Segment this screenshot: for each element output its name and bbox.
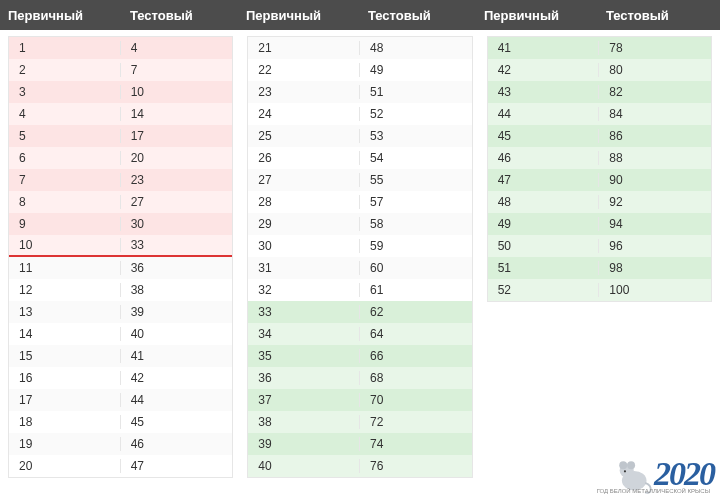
cell-primary: 21 (248, 41, 360, 55)
table-row: 4280 (488, 59, 711, 81)
cell-test: 17 (121, 129, 233, 143)
cell-primary: 33 (248, 305, 360, 319)
cell-primary: 43 (488, 85, 600, 99)
table-row: 3464 (248, 323, 471, 345)
cell-test: 60 (360, 261, 472, 275)
table-row: 14 (9, 37, 232, 59)
column-3: 4178428043824484458646884790489249945096… (487, 36, 712, 302)
cell-test: 45 (121, 415, 233, 429)
cell-test: 68 (360, 371, 472, 385)
cell-test: 30 (121, 217, 233, 231)
cell-test: 42 (121, 371, 233, 385)
cell-primary: 40 (248, 459, 360, 473)
table-row: 1033 (9, 235, 232, 257)
svg-point-3 (627, 461, 635, 469)
cell-primary: 44 (488, 107, 600, 121)
cell-primary: 41 (488, 41, 600, 55)
table-row: 3770 (248, 389, 471, 411)
cell-primary: 7 (9, 173, 121, 187)
table-row: 1744 (9, 389, 232, 411)
cell-test: 10 (121, 85, 233, 99)
cell-test: 70 (360, 393, 472, 407)
table-row: 4688 (488, 147, 711, 169)
cell-test: 54 (360, 151, 472, 165)
green-band: 33623464356636683770387239744076 (248, 301, 471, 477)
cell-primary: 51 (488, 261, 600, 275)
cell-test: 98 (599, 261, 711, 275)
header-test-1: Тестовый (122, 8, 238, 23)
cell-primary: 18 (9, 415, 121, 429)
table-row: 1845 (9, 411, 232, 433)
cell-test: 36 (121, 261, 233, 275)
table-row: 27 (9, 59, 232, 81)
table-row: 3566 (248, 345, 471, 367)
table-row: 2148 (248, 37, 471, 59)
header-test-3: Тестовый (598, 8, 714, 23)
table-row: 1440 (9, 323, 232, 345)
table-row: 620 (9, 147, 232, 169)
header-primary-2: Первичный (238, 8, 360, 23)
cell-primary: 13 (9, 305, 121, 319)
plain-band: 1136123813391440154116421744184519462047 (9, 257, 232, 477)
cell-primary: 50 (488, 239, 600, 253)
table-row: 723 (9, 169, 232, 191)
table-row: 3160 (248, 257, 471, 279)
cell-test: 40 (121, 327, 233, 341)
cell-test: 62 (360, 305, 472, 319)
table-row: 2958 (248, 213, 471, 235)
plain-band: 2148224923512452255326542755285729583059… (248, 37, 471, 301)
cell-test: 20 (121, 151, 233, 165)
cell-primary: 37 (248, 393, 360, 407)
cell-test: 92 (599, 195, 711, 209)
table-row: 4178 (488, 37, 711, 59)
cell-primary: 38 (248, 415, 360, 429)
cell-primary: 8 (9, 195, 121, 209)
table-row: 4892 (488, 191, 711, 213)
cell-test: 88 (599, 151, 711, 165)
cell-primary: 31 (248, 261, 360, 275)
cell-primary: 22 (248, 63, 360, 77)
cell-test: 46 (121, 437, 233, 451)
cell-test: 58 (360, 217, 472, 231)
watermark: 2020 ГОД БЕЛОЙ МЕТАЛЛИЧЕСКОЙ КРЫСЫ (610, 452, 714, 496)
table-row: 52100 (488, 279, 711, 301)
table-row: 2553 (248, 125, 471, 147)
cell-primary: 19 (9, 437, 121, 451)
cell-test: 86 (599, 129, 711, 143)
table-row: 3668 (248, 367, 471, 389)
svg-point-4 (624, 470, 626, 472)
cell-test: 7 (121, 63, 233, 77)
cell-test: 41 (121, 349, 233, 363)
table-row: 3059 (248, 235, 471, 257)
cell-test: 61 (360, 283, 472, 297)
cell-primary: 15 (9, 349, 121, 363)
cell-test: 47 (121, 459, 233, 473)
table-row: 3872 (248, 411, 471, 433)
cell-test: 4 (121, 41, 233, 55)
header-primary-3: Первичный (476, 8, 598, 23)
table-row: 4076 (248, 455, 471, 477)
header-test-2: Тестовый (360, 8, 476, 23)
cell-test: 39 (121, 305, 233, 319)
cell-primary: 26 (248, 151, 360, 165)
cell-primary: 16 (9, 371, 121, 385)
cell-test: 76 (360, 459, 472, 473)
table-row: 4484 (488, 103, 711, 125)
table-row: 310 (9, 81, 232, 103)
watermark-subtitle: ГОД БЕЛОЙ МЕТАЛЛИЧЕСКОЙ КРЫСЫ (597, 488, 710, 494)
table-row: 5096 (488, 235, 711, 257)
cell-primary: 14 (9, 327, 121, 341)
cell-primary: 27 (248, 173, 360, 187)
cell-test: 66 (360, 349, 472, 363)
cell-primary: 36 (248, 371, 360, 385)
table-row: 2654 (248, 147, 471, 169)
cell-test: 52 (360, 107, 472, 121)
column-2: 2148224923512452255326542755285729583059… (247, 36, 472, 478)
table-row: 3362 (248, 301, 471, 323)
cell-primary: 34 (248, 327, 360, 341)
cell-primary: 42 (488, 63, 600, 77)
table-row: 4790 (488, 169, 711, 191)
table-row: 2047 (9, 455, 232, 477)
cell-test: 53 (360, 129, 472, 143)
cell-primary: 49 (488, 217, 600, 231)
